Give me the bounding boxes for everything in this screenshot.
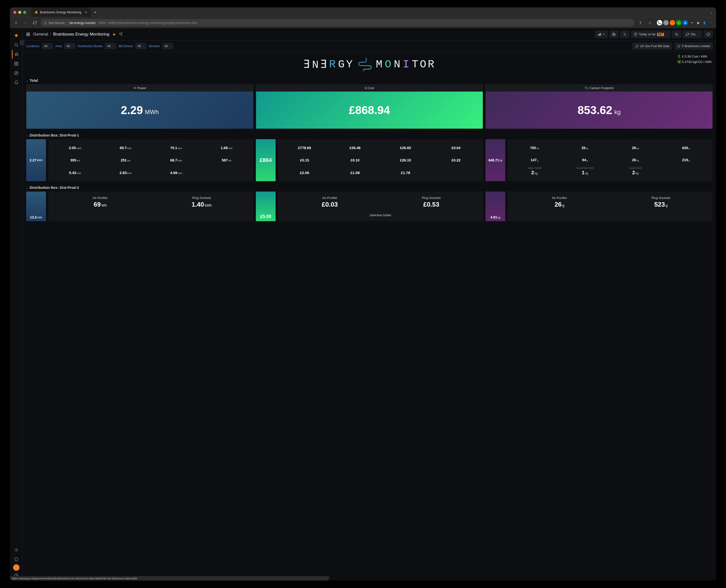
- stat-cell: Yamaha Printer YSP101kg: [560, 166, 610, 178]
- dist1-power-total[interactable]: 2.27MWh: [26, 139, 46, 181]
- address-bar[interactable]: ⚠ Not Secure | bb-energy-monitor:3000/d/…: [41, 19, 635, 26]
- dist2-cost-total[interactable]: £5.00: [256, 192, 275, 221]
- back-button[interactable]: [12, 19, 20, 26]
- star-icon[interactable]: [12, 50, 21, 59]
- svg-rect-16: [599, 34, 600, 36]
- stat-cell: 69.7kWh: [101, 142, 151, 153]
- refresh-button[interactable]: 30s⌄: [683, 30, 702, 38]
- var-select-devices[interactable]: All⌄: [162, 43, 173, 49]
- grafana-logo-icon[interactable]: [12, 31, 21, 40]
- svg-point-12: [121, 32, 122, 33]
- favorite-star-icon[interactable]: ★: [112, 32, 116, 37]
- stat-cell: £0.22: [432, 155, 481, 166]
- not-secure-icon: ⚠: [44, 21, 47, 24]
- forward-button[interactable]: [22, 19, 29, 26]
- svg-rect-10: [27, 35, 28, 36]
- tabs-chevron-icon[interactable]: ⌄: [709, 10, 713, 15]
- extension-icon[interactable]: ◈: [683, 20, 688, 25]
- stat-cell: 4.69kWh: [151, 167, 201, 178]
- dist1-cost-total[interactable]: £864: [256, 139, 275, 181]
- panel-cost[interactable]: £ Cost £868.94: [256, 84, 483, 129]
- svg-point-18: [624, 34, 625, 35]
- new-tab-button[interactable]: +: [94, 10, 96, 15]
- search-icon[interactable]: [12, 41, 21, 49]
- stat-cell: £26.65: [381, 142, 431, 153]
- extension-icon[interactable]: ⊙: [663, 20, 669, 25]
- bookmark-star-icon[interactable]: ☆: [646, 19, 654, 26]
- explore-icon[interactable]: [12, 69, 21, 78]
- extension-icon[interactable]: ●: [676, 20, 682, 25]
- dist1-cost-grid[interactable]: £778.69 £26.48 £26.65 £0.64 £0.15 £0.10 …: [278, 139, 483, 181]
- profile-avatar-icon[interactable]: 👤: [702, 20, 707, 25]
- energy-monitor-logo: ƎNƎRGY MONITOR: [26, 55, 713, 77]
- save-dashboard-button[interactable]: [609, 30, 618, 38]
- url-host: bb-energy-monitor: [69, 21, 96, 25]
- dashboards-icon[interactable]: [12, 59, 21, 68]
- row-header-total[interactable]: ⌄Total: [23, 77, 716, 84]
- alerting-icon[interactable]: [12, 78, 21, 87]
- close-window-icon[interactable]: [13, 11, 16, 14]
- extensions-puzzle-icon[interactable]: ✦: [689, 20, 694, 25]
- dist1-power-grid[interactable]: 2.05MWh 69.7kWh 70.1kWh 1.68kWh 395Wh 25…: [48, 139, 253, 181]
- link-brainboxes[interactable]: © Brainboxes Limited: [675, 43, 713, 49]
- stat-cell: 626g: [661, 142, 711, 153]
- row-header-dist2[interactable]: ⌄Distribution Box: Dist-Prod-2: [23, 184, 716, 192]
- cycle-view-button[interactable]: [704, 30, 713, 38]
- share-button[interactable]: ⇧: [637, 19, 644, 26]
- svg-point-13: [119, 33, 120, 34]
- user-avatar-icon[interactable]: [13, 564, 20, 571]
- sidebar-expand-icon[interactable]: ›: [20, 40, 24, 45]
- dist2-power-total[interactable]: 13.2kWh: [26, 192, 46, 221]
- panel-carbon[interactable]: 👣 Carbon Footprint 853.62kg: [485, 84, 713, 129]
- close-tab-icon[interactable]: ✕: [85, 10, 87, 14]
- stat-cell: 5.42kWh: [50, 167, 100, 178]
- extension-icon[interactable]: ▣: [696, 20, 701, 25]
- dist1-carbon-grid[interactable]: 765kg 26kg 26kg 626g 147g 94g 26kg 219gY…: [508, 139, 713, 181]
- var-select-bbdevice[interactable]: All⌄: [135, 43, 146, 49]
- svg-point-5: [14, 71, 18, 75]
- dist2-carbon-total[interactable]: 4.91kg: [485, 192, 505, 221]
- dist1-carbon-total[interactable]: 848.71kg: [485, 139, 505, 181]
- share-icon[interactable]: [119, 32, 123, 37]
- stat-cell: 765kg: [510, 142, 559, 153]
- reload-button[interactable]: [31, 19, 39, 26]
- stat-cell: 70.1kWh: [151, 142, 201, 153]
- add-panel-button[interactable]: +: [595, 30, 607, 38]
- time-picker-button[interactable]: Today so farBST⌄: [631, 30, 670, 38]
- var-select-area[interactable]: All⌄: [64, 43, 75, 49]
- stat-cell: £778.69: [280, 142, 330, 153]
- window-controls[interactable]: [13, 11, 26, 14]
- link-fuel-mix[interactable]: UK Gov Fuel Mix Data: [632, 43, 672, 49]
- breadcrumb[interactable]: General / Brainboxes Energy Monitoring: [33, 32, 109, 37]
- stat-cell: 2.83kWh: [101, 167, 151, 178]
- stat-cell: £0.15: [280, 155, 330, 166]
- stat-cell: 94g: [560, 154, 610, 165]
- stat-cell: 26kg: [560, 142, 610, 153]
- extension-icon[interactable]: 🦊: [670, 20, 675, 25]
- dist2-power-grid[interactable]: Air-Purifier69Wh Plug-Sockets1.40kWh: [48, 192, 253, 221]
- stat-cell: £26.48: [331, 142, 380, 153]
- var-select-distboxes[interactable]: All⌄: [105, 43, 116, 49]
- var-label-bbdevice: BB Device: [119, 44, 133, 48]
- dist2-cost-grid[interactable]: Air-Purifier£0.03 Plug-Sockets£0.53 Sele…: [278, 192, 483, 221]
- tab-title: Brainboxes Energy Monitoring: [40, 10, 81, 14]
- admin-shield-icon[interactable]: [12, 555, 21, 564]
- maximize-window-icon[interactable]: [23, 11, 26, 14]
- stat-cell: £26.10: [381, 155, 431, 166]
- minimize-window-icon[interactable]: [18, 11, 21, 14]
- svg-rect-11: [28, 35, 29, 36]
- var-label-locations: Locations: [26, 44, 40, 48]
- extension-icon[interactable]: 📞: [657, 20, 662, 25]
- row-header-dist1[interactable]: ⌄Distribution Box: Dist-Prod-1: [23, 131, 716, 139]
- dist2-carbon-grid[interactable]: Air-Purifier26g Plug-Sockets523g: [508, 192, 713, 221]
- browser-menu-icon[interactable]: ⋮: [708, 20, 714, 25]
- configuration-gear-icon[interactable]: [12, 546, 21, 554]
- panel-power[interactable]: ☀ Power 2.29MWh: [26, 84, 253, 129]
- stat-cell: 147g: [510, 154, 559, 165]
- stat-cell: £0.10: [331, 155, 380, 166]
- var-select-locations[interactable]: All⌄: [42, 43, 53, 49]
- dashboard-settings-button[interactable]: [620, 30, 629, 38]
- browser-tab[interactable]: Brainboxes Energy Monitoring ✕: [31, 7, 91, 17]
- zoom-out-button[interactable]: [672, 30, 681, 38]
- stat-cell: £0.64: [432, 142, 481, 153]
